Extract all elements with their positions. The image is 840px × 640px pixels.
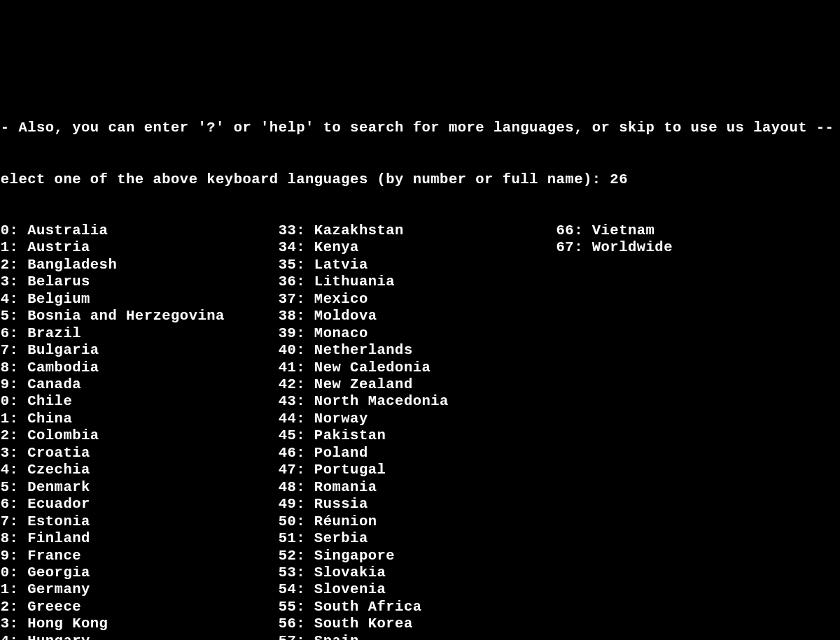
- help-header-line: -- Also, you can enter '?' or 'help' to …: [0, 120, 840, 136]
- region-list-row: 0: Australia 33: Kazakhstan 66: Vietnam: [0, 222, 840, 239]
- region-list-row: 1: Austria 34: Kenya 67: Worldwide: [0, 239, 840, 256]
- region-list-row: 13: Croatia 46: Poland: [0, 445, 840, 462]
- region-list-row: 5: Bosnia and Herzegovina 38: Moldova: [0, 308, 840, 325]
- region-list-row: 14: Czechia 47: Portugal: [0, 462, 840, 478]
- region-list-row: 7: Bulgaria 40: Netherlands: [0, 342, 840, 359]
- region-list-row: 24: Hungary 57: Spain: [0, 633, 840, 640]
- keyboard-language-prompt-text: Select one of the above keyboard languag…: [0, 171, 610, 187]
- region-options-list: 0: Australia 33: Kazakhstan 66: Vietnam …: [0, 222, 840, 640]
- region-list-row: 20: Georgia 53: Slovakia: [0, 564, 840, 581]
- region-list-row: 8: Cambodia 41: New Caledonia: [0, 360, 840, 376]
- keyboard-language-prompt-line: Select one of the above keyboard languag…: [0, 171, 840, 188]
- region-list-row: 16: Ecuador 49: Russia: [0, 496, 840, 513]
- region-list-row: 23: Hong Kong 56: South Korea: [0, 616, 840, 632]
- region-list-row: 3: Belarus 36: Lithuania: [0, 273, 840, 290]
- region-list-row: 11: China 44: Norway: [0, 411, 840, 427]
- keyboard-language-entered-value: 26: [610, 171, 628, 187]
- terminal-screen[interactable]: -- Also, you can enter '?' or 'help' to …: [0, 85, 840, 640]
- region-list-row: 18: Finland 51: Serbia: [0, 530, 840, 547]
- region-list-row: 6: Brazil 39: Monaco: [0, 325, 840, 342]
- region-list-row: 22: Greece 55: South Africa: [0, 599, 840, 616]
- region-list-row: 15: Denmark 48: Romania: [0, 479, 840, 496]
- region-list-row: 10: Chile 43: North Macedonia: [0, 393, 840, 410]
- region-list-row: 19: France 52: Singapore: [0, 548, 840, 564]
- region-list-row: 17: Estonia 50: Réunion: [0, 513, 840, 530]
- region-list-row: 2: Bangladesh 35: Latvia: [0, 257, 840, 273]
- region-list-row: 21: Germany 54: Slovenia: [0, 581, 840, 598]
- region-list-row: 9: Canada 42: New Zealand: [0, 376, 840, 393]
- region-list-row: 4: Belgium 37: Mexico: [0, 291, 840, 308]
- region-list-row: 12: Colombia 45: Pakistan: [0, 427, 840, 444]
